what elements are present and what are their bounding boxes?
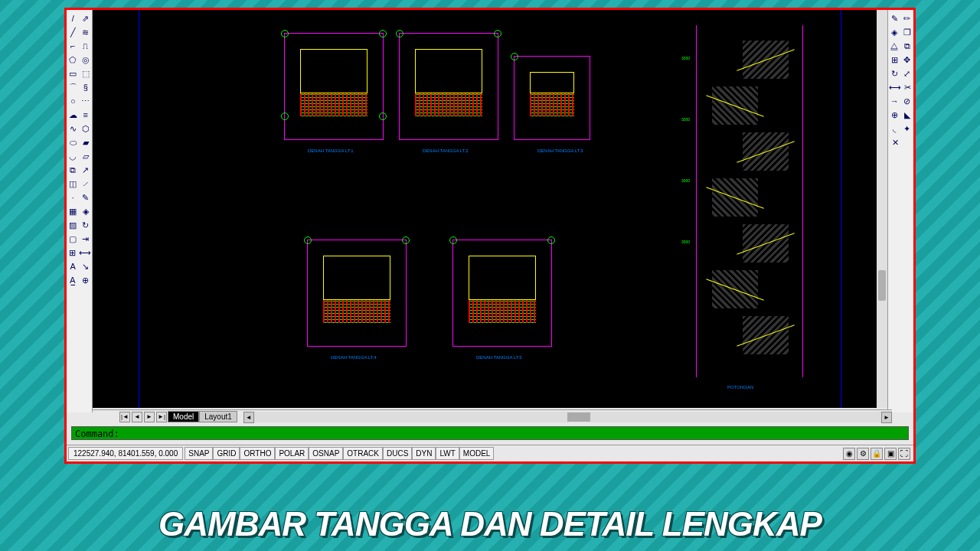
dim-icon[interactable]: ⟷ (79, 246, 91, 259)
polyline-icon[interactable]: ⌐ (67, 40, 79, 52)
offset-icon[interactable]: ⧉ (902, 40, 913, 52)
lock-ui-icon[interactable]: 🔒 (871, 448, 883, 460)
stretch-icon[interactable]: ⟷ (889, 81, 901, 93)
polygon-icon[interactable]: ⬠ (67, 54, 79, 66)
model-space-viewport[interactable]: DENAH TANGGA LT.1 DENAH TANGGA LT.2 DENA… (93, 10, 887, 408)
text-icon[interactable]: A (67, 260, 79, 272)
3dpoly-icon[interactable]: ⎍ (80, 40, 92, 52)
tab-model[interactable]: Model (168, 411, 199, 422)
status-toggle-ducs[interactable]: DUCS (383, 447, 412, 460)
spline-icon[interactable]: ∿ (67, 122, 79, 135)
horizontal-scrollbar[interactable] (243, 412, 892, 422)
circle-icon[interactable]: ○ (67, 95, 79, 107)
status-toggle-otrack[interactable]: OTRACK (343, 447, 383, 460)
gradient-icon[interactable]: ▨ (67, 219, 79, 231)
extend-icon[interactable]: → (889, 95, 900, 107)
donut-icon[interactable]: ◎ (80, 54, 92, 66)
array-icon[interactable]: ⊞ (889, 54, 900, 66)
stair-flight-icon (712, 270, 758, 308)
stair-flight-icon (712, 178, 758, 217)
scale-icon[interactable]: ⤢ (902, 67, 913, 80)
trace-icon[interactable]: ▱ (80, 150, 92, 162)
model-paper-toggle-icon[interactable]: ◉ (843, 448, 855, 460)
helix-icon[interactable]: § (80, 81, 92, 93)
boundary-icon[interactable]: ⬡ (80, 122, 92, 135)
line-icon[interactable]: / (67, 12, 79, 24)
point-icon[interactable]: · (67, 191, 79, 204)
measure-icon[interactable]: ≡ (80, 109, 92, 121)
explode-icon[interactable]: ✦ (902, 122, 913, 135)
floor-plan-2: DENAH TANGGA LT.2 (399, 33, 498, 140)
cad-application-window: /⇗╱≋⌐⎍⬠◎▭⬚⌒§○⋯☁≡∿⬡⬭▰◡▱⧉↗◫⟋·✎▦◈▨↻▢⇥⊞⟷A↘A̲… (64, 8, 916, 464)
floor-plan-3: DENAH TANGGA LT.3 (514, 56, 590, 140)
dimension-text: 3000 (681, 178, 690, 183)
make-block-icon[interactable]: ◫ (67, 178, 79, 190)
tol-icon[interactable]: ⊕ (80, 274, 92, 286)
vertical-scrollbar[interactable] (877, 10, 887, 408)
status-toggle-grid[interactable]: GRID (213, 447, 240, 460)
dimension-text: 3000 (681, 117, 690, 122)
status-toggle-ortho[interactable]: ORTHO (240, 447, 275, 460)
grid-bubble-icon (379, 30, 387, 37)
tab-nav-first[interactable]: |◄ (119, 412, 130, 422)
erase-icon[interactable]: ✕ (889, 136, 901, 148)
fillet-icon[interactable]: ◟ (889, 122, 900, 135)
divide-icon[interactable]: ⋯ (80, 95, 92, 107)
xline-icon[interactable]: ⟋ (80, 178, 92, 190)
properties-icon[interactable]: ✎ (889, 12, 900, 24)
rotate-icon[interactable]: ↻ (889, 67, 900, 80)
trim-icon[interactable]: ✂ (903, 81, 913, 93)
tab-nav-prev[interactable]: ◄ (132, 412, 142, 422)
copy-icon[interactable]: ❐ (902, 26, 913, 38)
sketch-icon[interactable]: ✎ (80, 191, 92, 204)
drawing-title: DENAH TANGGA LT.4 (331, 355, 377, 360)
3dface-icon[interactable]: ◈ (80, 205, 92, 217)
coordinate-display[interactable]: 122527.940, 81401.559, 0.000 (68, 447, 183, 460)
status-toggle-osnap[interactable]: OSNAP (309, 447, 343, 460)
region-icon[interactable]: ▢ (67, 233, 79, 245)
layer-icon[interactable]: ◈ (889, 26, 900, 38)
chamfer-icon[interactable]: ◣ (902, 109, 913, 121)
stair-flight-icon (743, 224, 789, 262)
banner-title: GAMBAR TANGGA DAN DETAIL LENGKAP (0, 505, 980, 543)
move-icon[interactable]: ✥ (902, 54, 913, 66)
ray-icon[interactable]: ⇗ (80, 12, 92, 24)
lead-icon[interactable]: ↘ (80, 260, 92, 272)
rev-icon[interactable]: ↻ (80, 219, 92, 231)
revision-cloud-icon[interactable]: ☁ (67, 109, 79, 121)
solid-icon[interactable]: ▰ (80, 136, 92, 148)
status-toggle-dyn[interactable]: DYN (412, 447, 436, 460)
tab-nav-last[interactable]: ►| (156, 412, 167, 422)
mtext-icon[interactable]: A̲ (67, 274, 79, 286)
rectangle-icon[interactable]: ▭ (67, 67, 79, 80)
status-toggle-lwt[interactable]: LWT (436, 447, 459, 460)
match-icon[interactable]: ✏ (902, 12, 913, 24)
table-icon[interactable]: ⊞ (67, 246, 77, 259)
hardware-accel-icon[interactable]: ▣ (884, 448, 897, 460)
wipeout-icon[interactable]: ⬚ (80, 67, 92, 80)
status-tray: ◉ ⚙ 🔒 ▣ ⛶ (843, 448, 913, 460)
grid-bubble-icon (494, 30, 501, 37)
ray2-icon[interactable]: ↗ (80, 164, 92, 176)
ellipse-icon[interactable]: ⬭ (67, 136, 79, 148)
status-toggle-polar[interactable]: POLAR (275, 447, 309, 460)
status-toggle-model[interactable]: MODEL (459, 447, 495, 460)
status-toggle-snap[interactable]: SNAP (185, 447, 213, 460)
mirror-icon[interactable]: ⧋ (889, 40, 900, 52)
break-icon[interactable]: ⊘ (902, 95, 913, 107)
ext-icon[interactable]: ⇥ (80, 233, 92, 245)
hatch-icon[interactable]: ▦ (67, 205, 79, 217)
multiline-icon[interactable]: ≋ (80, 26, 92, 38)
quick-properties-icon[interactable]: ⚙ (857, 448, 869, 460)
status-bar: 122527.940, 81401.559, 0.000 SNAPGRIDORT… (67, 445, 913, 461)
ellipse-arc-icon[interactable]: ◡ (67, 150, 79, 162)
join-icon[interactable]: ⊕ (889, 109, 900, 121)
tab-nav-next[interactable]: ► (144, 412, 155, 422)
construction-line-icon[interactable]: ╱ (67, 26, 79, 38)
arc-icon[interactable]: ⌒ (67, 81, 79, 93)
stair-section: 3000 3000 3000 3000 POTONGAN (696, 25, 803, 377)
insert-block-icon[interactable]: ⧉ (67, 164, 79, 176)
command-line-input[interactable]: Command: (71, 426, 909, 440)
tab-layout1[interactable]: Layout1 (199, 411, 237, 422)
clean-screen-icon[interactable]: ⛶ (898, 448, 910, 460)
